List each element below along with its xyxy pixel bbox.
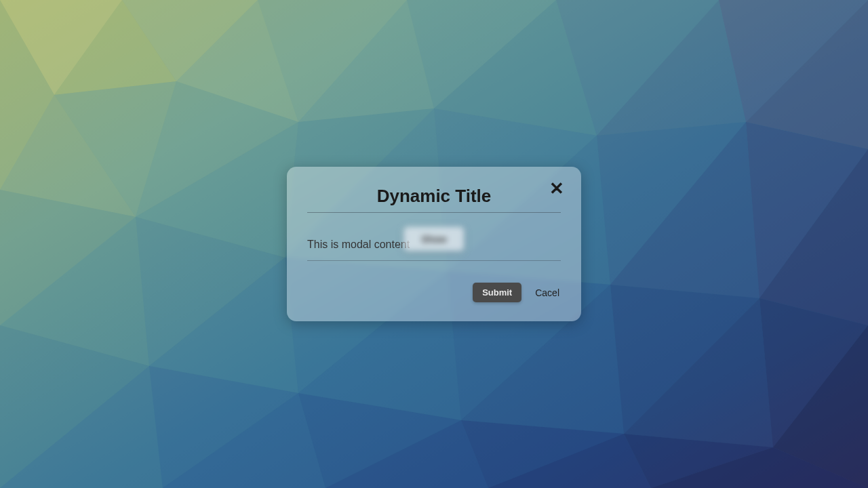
close-icon[interactable]: ✕	[549, 180, 565, 197]
show-button-blurred[interactable]: Show	[403, 227, 464, 251]
cancel-button[interactable]: Cacel	[534, 283, 561, 302]
modal-footer: Submit Cacel	[307, 261, 561, 302]
modal-body: This is modal content Show	[307, 213, 561, 261]
modal-title: Dynamic Title	[307, 186, 561, 207]
modal-header: Dynamic Title ✕	[307, 186, 561, 213]
submit-button[interactable]: Submit	[473, 283, 521, 302]
modal-dialog: Dynamic Title ✕ This is modal content Sh…	[287, 167, 581, 321]
